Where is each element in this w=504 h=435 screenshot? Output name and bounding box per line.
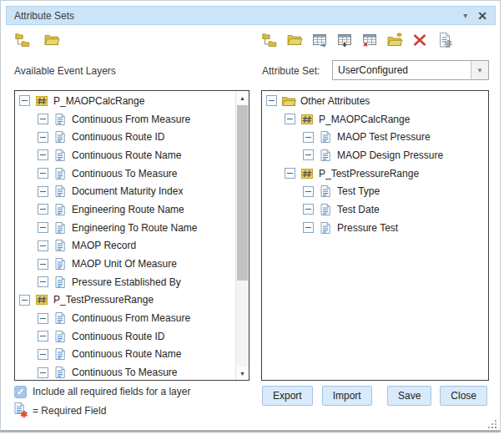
add-table-icon[interactable] xyxy=(336,32,353,48)
field-icon xyxy=(53,366,68,379)
remove-table-icon[interactable] xyxy=(361,32,378,48)
tree-item[interactable]: P_TestPressureRange xyxy=(15,291,235,310)
collapse-minus-icon[interactable] xyxy=(303,132,314,143)
field-icon xyxy=(53,130,68,144)
tree-item-label: Document Maturity Index xyxy=(72,185,183,197)
collapse-dialog-icon[interactable]: ▾ xyxy=(463,11,467,20)
collapse-minus-icon[interactable] xyxy=(38,259,48,270)
tree-item[interactable]: P_MAOPCalcRange xyxy=(262,110,488,129)
tree-item-label: Continuous Route ID xyxy=(72,131,164,143)
tree-item[interactable]: Engineering Route Name xyxy=(15,200,235,219)
collapse-minus-icon[interactable] xyxy=(38,132,48,143)
field-icon xyxy=(53,257,68,271)
attribute-set-panel: Other AttributesP_MAOPCalcRangeMAOP Test… xyxy=(261,90,489,381)
tree-item[interactable]: Test Date xyxy=(262,200,488,219)
tree-item[interactable]: MAOP Design Pressure xyxy=(262,146,488,164)
collapse-minus-icon[interactable] xyxy=(38,186,48,197)
add-layer-tree-icon[interactable] xyxy=(261,32,278,48)
tree-item[interactable]: Continuous To Measure xyxy=(15,363,235,380)
export-button[interactable]: Export xyxy=(262,386,313,406)
attribute-sets-dialog: Attribute Sets ▾ ✕ Available Event Layer… xyxy=(0,0,501,432)
field-icon xyxy=(53,203,68,216)
required-field-legend: = Required Field xyxy=(33,405,106,417)
tree-item[interactable]: Pressure Established By xyxy=(15,273,235,291)
add-layer-tree-icon[interactable] xyxy=(14,32,31,48)
tree-item[interactable]: MAOP Record xyxy=(15,237,235,255)
collapse-minus-icon[interactable] xyxy=(266,95,277,106)
collapse-minus-icon[interactable] xyxy=(303,222,314,233)
close-button[interactable]: Close xyxy=(440,386,487,406)
tree-item-label: Engineering To Route Name xyxy=(72,222,198,234)
collapse-minus-icon[interactable] xyxy=(38,313,48,324)
available-layers-tree: P_MAOPCalcRangeContinuous From MeasureCo… xyxy=(15,92,235,380)
chevron-down-icon[interactable]: ▾ xyxy=(471,61,488,79)
field-icon xyxy=(318,203,333,216)
tree-item[interactable]: Continuous Route Name xyxy=(15,146,235,164)
field-icon xyxy=(53,330,68,343)
field-icon xyxy=(53,239,68,252)
vertical-scrollbar[interactable]: ▲ ▼ xyxy=(235,91,249,380)
delete-icon[interactable] xyxy=(411,32,428,48)
tree-item[interactable]: Continuous From Measure xyxy=(15,309,235,327)
collapse-minus-icon[interactable] xyxy=(19,95,30,106)
tree-item[interactable]: Continuous Route Name xyxy=(15,346,235,364)
field-icon xyxy=(53,167,68,180)
scroll-down-icon[interactable]: ▼ xyxy=(236,367,249,380)
tree-item[interactable]: Continuous Route ID xyxy=(15,128,235,146)
open-folder-icon[interactable] xyxy=(286,32,303,48)
tree-item[interactable]: Continuous Route ID xyxy=(15,327,235,346)
save-button[interactable]: Save xyxy=(387,386,431,406)
save-close-buttons: Save Close xyxy=(387,386,487,406)
field-icon xyxy=(318,149,333,162)
properties-icon[interactable] xyxy=(436,32,453,48)
tree-item[interactable]: Continuous To Measure xyxy=(15,164,235,183)
collapse-minus-icon[interactable] xyxy=(38,276,48,287)
tree-item[interactable]: Pressure Test xyxy=(262,219,488,237)
collapse-minus-icon[interactable] xyxy=(38,331,48,341)
layer-icon xyxy=(300,113,315,126)
tree-item[interactable]: Document Maturity Index xyxy=(15,182,235,200)
export-table-icon[interactable] xyxy=(311,32,328,48)
tree-item-label: Pressure Test xyxy=(337,222,398,234)
collapse-minus-icon[interactable] xyxy=(285,114,295,124)
field-icon xyxy=(53,149,68,162)
collapse-minus-icon[interactable] xyxy=(285,168,295,179)
titlebar: Attribute Sets ▾ ✕ xyxy=(6,6,496,25)
collapse-minus-icon[interactable] xyxy=(303,149,314,160)
open-folder-icon[interactable] xyxy=(43,32,60,48)
attribute-set-dropdown[interactable]: UserConfigured ▾ xyxy=(332,60,489,80)
tree-item-label: Continuous To Measure xyxy=(72,168,178,180)
tree-item[interactable]: MAOP Unit Of Measure xyxy=(15,255,235,273)
collapse-minus-icon[interactable] xyxy=(38,168,48,179)
tree-item[interactable]: Other Attributes xyxy=(262,92,488,110)
scroll-up-icon[interactable]: ▲ xyxy=(236,91,249,104)
tree-item[interactable]: Test Type xyxy=(262,182,488,200)
resize-grip[interactable] xyxy=(486,417,497,428)
folder-icon xyxy=(281,94,296,108)
tree-item[interactable]: Engineering To Route Name xyxy=(15,219,235,237)
collapse-minus-icon[interactable] xyxy=(38,240,48,251)
import-button[interactable]: Import xyxy=(322,386,372,406)
tree-item[interactable]: P_MAOPCalcRange xyxy=(15,92,235,110)
collapse-minus-icon[interactable] xyxy=(19,295,30,306)
tree-item-label: P_TestPressureRange xyxy=(53,294,154,306)
close-icon[interactable]: ✕ xyxy=(477,9,487,23)
tree-item[interactable]: MAOP Test Pressure xyxy=(262,128,488,146)
tree-item-label: MAOP Unit Of Measure xyxy=(72,258,177,270)
collapse-minus-icon[interactable] xyxy=(38,204,48,215)
tree-item[interactable]: P_TestPressureRange xyxy=(262,164,488,183)
tree-item-label: Continuous From Measure xyxy=(72,114,190,125)
collapse-minus-icon[interactable] xyxy=(303,186,314,197)
scrollbar-thumb[interactable] xyxy=(237,105,248,281)
available-layers-panel: P_MAOPCalcRangeContinuous From MeasureCo… xyxy=(14,90,249,381)
collapse-minus-icon[interactable] xyxy=(38,349,48,360)
collapse-minus-icon[interactable] xyxy=(303,204,314,215)
include-required-fields-checkbox[interactable]: ✓ xyxy=(14,386,27,398)
collapse-minus-icon[interactable] xyxy=(38,222,48,233)
collapse-minus-icon[interactable] xyxy=(38,114,48,124)
collapse-minus-icon[interactable] xyxy=(38,149,48,160)
tree-item[interactable]: Continuous From Measure xyxy=(15,110,235,129)
include-required-fields-label: Include all required fields for a layer xyxy=(33,386,190,397)
collapse-minus-icon[interactable] xyxy=(38,367,48,378)
new-folder-icon[interactable] xyxy=(386,32,403,48)
